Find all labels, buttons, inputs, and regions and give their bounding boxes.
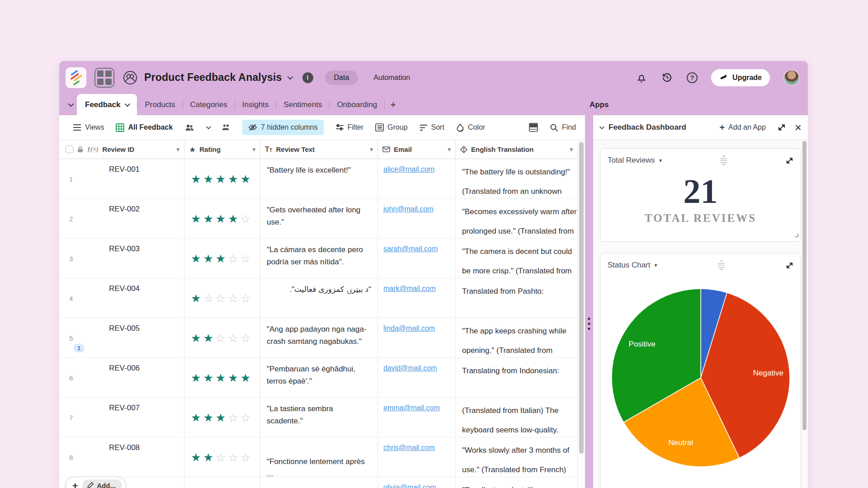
table-row[interactable]: 4 REV-004 ★☆☆☆☆ "د بيټرۍ کمزوری فعالیت".… (59, 278, 577, 318)
filter-button[interactable]: Filter (335, 123, 364, 131)
row-id-cell[interactable]: 6 REV-006 (59, 358, 184, 397)
column-dropdown-icon[interactable]: ▾ (252, 146, 255, 153)
help-icon[interactable]: ? (687, 72, 698, 83)
hidden-columns-chip[interactable]: 7 hidden columns (242, 120, 323, 135)
row-id-cell[interactable]: 7 REV-007 (59, 398, 184, 437)
table-row[interactable]: 3 REV-003 ★★★☆☆ "La cámara es decente pe… (59, 239, 577, 278)
rating-cell[interactable]: ★★★★☆ (184, 199, 260, 238)
star-rating[interactable]: ★★★☆☆ (191, 252, 253, 265)
tables-dropdown-chevron-icon[interactable] (68, 101, 74, 107)
column-header-rating[interactable]: Rating (199, 145, 221, 153)
email-cell[interactable]: sarah@mail.com (378, 239, 456, 278)
rating-cell[interactable]: ★★★★★ (184, 358, 260, 397)
column-header-review-id[interactable]: Review ID (102, 145, 134, 153)
rating-cell[interactable]: ★★☆☆☆ (184, 318, 260, 357)
email-link[interactable]: chris@mail.com (383, 444, 435, 451)
email-link[interactable]: emma@mail.com (383, 404, 440, 412)
comment-count-badge[interactable]: 1 (74, 344, 84, 352)
rating-cell[interactable]: ★★★★★ (184, 159, 260, 198)
table-row[interactable]: 2 REV-002 ★★★★☆ "Gets overheated after l… (59, 199, 577, 239)
table-row[interactable]: 6 REV-006 ★★★★★ "Pembaruan sè èghâdhui, … (59, 358, 577, 398)
translation-cell[interactable]: "The battery life is outstanding!"(Trans… (456, 159, 577, 198)
apps-grid-icon[interactable] (94, 68, 114, 88)
translation-cell[interactable]: "The camera is decent but couldbe more c… (456, 239, 577, 278)
close-apps-icon[interactable]: × (795, 123, 802, 131)
rating-cell[interactable] (184, 477, 260, 488)
add-an-app-button[interactable]: +Add an App (719, 122, 765, 133)
table-row[interactable]: 9 olivia@mail.com "Excellent product, li… (59, 477, 577, 488)
column-header-email[interactable]: Email (394, 145, 412, 153)
star-rating[interactable]: ★★★☆☆ (191, 411, 253, 424)
row-height-button[interactable] (529, 123, 538, 132)
apps-scrollbar-thumb[interactable] (802, 141, 807, 430)
upgrade-button[interactable]: Upgrade (711, 69, 770, 86)
review-text-cell[interactable]: "Pembaruan sè èghâdhui, terros èpaè'." (260, 358, 378, 397)
column-dropdown-icon[interactable]: ▾ (370, 146, 373, 153)
email-cell[interactable]: olivia@mail.com (378, 477, 456, 488)
email-cell[interactable]: john@mail.com (378, 199, 456, 238)
find-button[interactable]: Find (550, 123, 576, 132)
divider-drag-dots[interactable] (588, 318, 590, 330)
members-icon[interactable] (123, 70, 138, 85)
rating-cell[interactable]: ★★★☆☆ (184, 239, 260, 278)
translation-cell[interactable]: "Excellent product, like a (456, 477, 577, 488)
view-collaborators-icon[interactable] (184, 124, 194, 131)
info-icon[interactable]: i (302, 72, 313, 83)
row-id-cell[interactable]: 3 REV-003 (59, 239, 184, 278)
table-row[interactable]: 1 REV-001 ★★★★★ "Battery life is excelle… (59, 159, 577, 199)
row-id-cell[interactable]: 8 REV-008 (59, 437, 184, 477)
add-table-button[interactable]: + (385, 99, 401, 111)
rating-cell[interactable]: ★★★☆☆ (184, 398, 260, 437)
email-cell[interactable]: alice@mail.com (378, 159, 456, 198)
star-rating[interactable]: ★★☆☆☆ (191, 450, 253, 464)
tab-insights[interactable]: Insights (235, 100, 276, 109)
table-row[interactable]: 8 REV-008 ★★☆☆☆ "Fonctionne lentement ap… (59, 437, 577, 477)
tab-sentiments[interactable]: Sentiments (276, 100, 329, 109)
views-button[interactable]: Views (73, 123, 104, 131)
email-link[interactable]: david@mail.com (383, 364, 437, 372)
automation-nav[interactable]: Automation (373, 74, 410, 82)
email-link[interactable]: mark@mail.com (383, 285, 436, 292)
row-id-cell[interactable]: 4 REV-004 (59, 278, 184, 318)
email-cell[interactable]: chris@mail.com (378, 437, 456, 477)
star-rating[interactable]: ★★★★★ (191, 371, 253, 384)
table-row[interactable]: 5 1 REV-005 ★★☆☆☆ "Ang app padayon nga n… (59, 318, 577, 358)
panel-resize-divider[interactable] (585, 115, 593, 488)
view-name-button[interactable]: All Feedback (116, 123, 173, 132)
review-text-cell[interactable]: "Gets overheated after long use." (260, 199, 378, 238)
translation-cell[interactable]: "Works slowly after 3 months ofuse." (Tr… (456, 437, 577, 477)
email-link[interactable]: alice@mail.com (383, 165, 434, 173)
widget-drag-handle[interactable] (720, 155, 727, 166)
status-pie-chart[interactable]: NegativeNeutralPositive (600, 282, 801, 480)
data-nav-pill[interactable]: Data (325, 70, 359, 85)
row-id-cell[interactable]: 2 REV-002 (59, 199, 184, 238)
review-text-cell[interactable]: "د بيټرۍ کمزوری فعالیت". (260, 278, 378, 318)
tab-products[interactable]: Products (137, 100, 182, 109)
email-link[interactable]: sarah@mail.com (383, 245, 438, 253)
base-title-chevron-icon[interactable] (287, 74, 293, 80)
expand-app-icon[interactable] (778, 123, 786, 131)
widget-drag-handle[interactable] (718, 260, 725, 271)
column-dropdown-icon[interactable]: ▾ (448, 146, 451, 153)
grid-scrollbar-thumb[interactable] (579, 142, 584, 454)
tab-feedback-active[interactable]: Feedback (77, 94, 137, 115)
review-text-cell[interactable]: "La cámara es decente pero podría ser má… (260, 239, 378, 278)
view-dropdown-chevron-icon[interactable] (206, 124, 211, 129)
email-link[interactable]: john@mail.com (383, 205, 434, 213)
rating-cell[interactable]: ★☆☆☆☆ (184, 278, 260, 318)
star-rating[interactable]: ★☆☆☆☆ (191, 291, 253, 305)
email-cell[interactable]: mark@mail.com (378, 278, 456, 318)
status-chart-widget-menu[interactable]: Status Chart▾ (608, 261, 657, 270)
column-dropdown-icon[interactable]: ▾ (570, 146, 573, 153)
color-button[interactable]: Color (456, 123, 485, 132)
stackby-logo[interactable] (66, 67, 86, 88)
user-avatar[interactable] (783, 70, 800, 86)
column-header-english-translation[interactable]: English Translation (471, 145, 533, 153)
translation-cell[interactable]: Translated from Pashto: (456, 278, 577, 318)
row-id-cell[interactable]: 1 REV-001 (59, 159, 184, 198)
review-text-cell[interactable]: "Battery life is excellent!" (260, 159, 378, 198)
review-text-cell[interactable]: "La tastiera sembra scadente." (260, 398, 378, 437)
translation-cell[interactable]: "Becomes excessively warm afterprolonged… (456, 199, 577, 238)
tab-categories[interactable]: Categories (183, 100, 235, 109)
email-cell[interactable]: emma@mail.com (378, 398, 456, 437)
